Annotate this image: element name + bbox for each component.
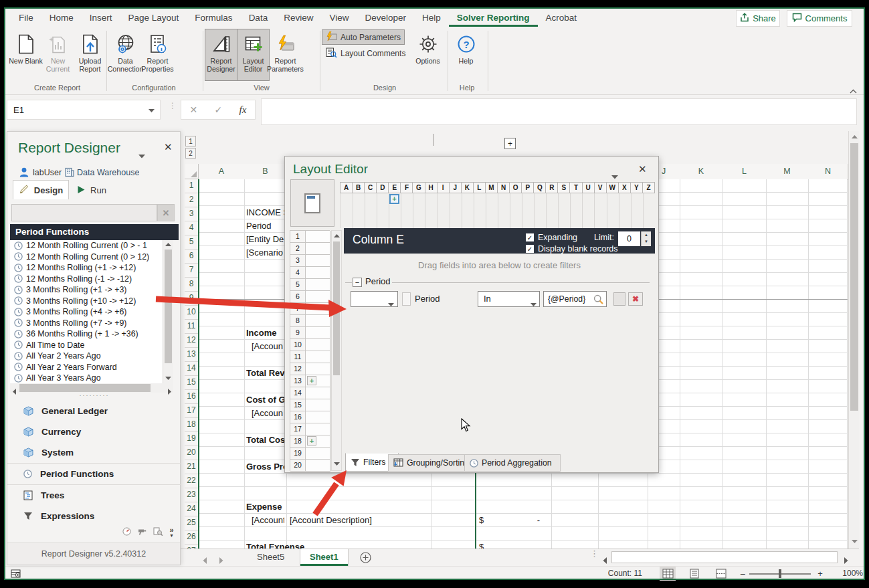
module-section-period-functions[interactable]: Period Functions: [7, 463, 181, 484]
zoom-slider-thumb[interactable]: [779, 569, 781, 578]
period-function-item[interactable]: 12 Months Rolling (+1 -> +12): [10, 262, 163, 274]
auto-parameters-button[interactable]: Auto Parameters: [322, 29, 405, 45]
layout-column-t[interactable]: T: [569, 182, 582, 193]
ribbon-tab-acrobat[interactable]: Acrobat: [538, 9, 585, 27]
row-cell[interactable]: +: [306, 375, 330, 387]
tab-bar-splitter[interactable]: ⋮: [590, 551, 599, 556]
row-header-12[interactable]: 12: [185, 334, 199, 348]
grid-pane-right[interactable]: [659, 179, 848, 549]
comments-button[interactable]: Comments: [787, 10, 852, 27]
selected-column-marker[interactable]: +: [389, 194, 399, 204]
period-function-item[interactable]: 12 Month Rolling Current (0 > - 1: [10, 240, 163, 252]
sheet-tab-sheet5[interactable]: Sheet5: [248, 549, 294, 566]
outline-level-1-button[interactable]: 1: [185, 136, 196, 146]
row-header-19[interactable]: 19: [185, 432, 199, 446]
expanding-checkbox[interactable]: ✓: [526, 233, 534, 241]
formula-bar-separator[interactable]: ⋮: [169, 104, 171, 116]
layout-row-9[interactable]: 9: [290, 327, 330, 339]
limit-stepper[interactable]: ▲▼: [641, 231, 651, 246]
row-header-20[interactable]: 20: [185, 446, 199, 460]
row-header-13[interactable]: 13: [185, 348, 199, 362]
filter-extra-button[interactable]: [613, 292, 625, 306]
scroll-thumb[interactable]: [19, 384, 151, 392]
row-header-15[interactable]: 15: [185, 376, 199, 390]
row-cell[interactable]: [306, 351, 330, 363]
confirm-entry-icon[interactable]: ✓: [215, 104, 223, 115]
column-header-k[interactable]: K: [680, 164, 723, 180]
layout-row-7[interactable]: 7: [290, 303, 330, 315]
zoom-in-button[interactable]: +: [815, 567, 826, 581]
scroll-thumb[interactable]: [165, 250, 172, 363]
sheet-tab-sheet1[interactable]: Sheet1: [300, 549, 349, 566]
row-cell[interactable]: [306, 255, 330, 267]
layout-row-17[interactable]: 17: [290, 423, 330, 435]
drill-to-icon[interactable]: [138, 526, 147, 538]
dialog-tab-period-aggregation[interactable]: Period Aggregation: [464, 454, 561, 472]
ribbon-tab-data[interactable]: Data: [241, 9, 276, 27]
pane-search-clear-button[interactable]: ✕: [157, 204, 175, 221]
grid-pane-left[interactable]: [199, 179, 284, 549]
sheet-template-box[interactable]: [290, 179, 334, 227]
period-function-item[interactable]: 3 Months Rolling (+1 -> +3): [10, 284, 163, 296]
period-function-item[interactable]: 3 Months Rolling (+4 -> +6): [10, 306, 163, 318]
filter-value-input[interactable]: {@Period}: [543, 291, 607, 307]
row-header-25[interactable]: 25: [185, 516, 199, 530]
limit-input[interactable]: 0: [618, 231, 640, 246]
page-break-view-button[interactable]: [713, 567, 729, 581]
row-header-6[interactable]: 6: [185, 250, 199, 264]
row-cell[interactable]: [306, 279, 330, 291]
layout-column-l[interactable]: L: [473, 182, 486, 193]
layout-column-p[interactable]: P: [521, 182, 534, 193]
module-section-system[interactable]: System: [7, 442, 181, 463]
filter-drag-handle[interactable]: [402, 292, 411, 306]
layout-row-13[interactable]: 13+: [290, 375, 330, 387]
layout-editor-button[interactable]: Layout Editor: [237, 29, 270, 81]
layout-column-z[interactable]: Z: [642, 182, 655, 193]
period-function-item[interactable]: 12 Months Rolling (-1 -> -12): [10, 274, 163, 285]
row-header-9[interactable]: 9: [185, 292, 199, 306]
row-cell[interactable]: [306, 460, 330, 472]
ribbon-tab-view[interactable]: View: [321, 9, 357, 27]
layout-row-5[interactable]: 5: [290, 279, 330, 291]
insert-function-icon[interactable]: fx: [239, 104, 247, 116]
column-header-b[interactable]: B: [244, 164, 287, 180]
pane-search-input[interactable]: [11, 204, 157, 221]
help-button[interactable]: ?Help: [450, 29, 482, 81]
sheet-nav-right-icon[interactable]: [219, 555, 224, 567]
scroll-thumb[interactable]: [333, 241, 340, 375]
scroll-up-icon[interactable]: [850, 132, 858, 140]
period-function-item[interactable]: 36 Months Rolling (+ 1 -> +36): [10, 328, 163, 340]
row-header-10[interactable]: 10: [185, 306, 199, 320]
layout-comments-button[interactable]: Layout Comments: [322, 45, 409, 61]
period-function-item[interactable]: 3 Months Rolling (+10 -> +12): [10, 296, 163, 307]
layout-column-f[interactable]: F: [400, 182, 413, 193]
row-header-22[interactable]: 22: [185, 474, 199, 488]
layout-row-4[interactable]: 4: [290, 267, 330, 279]
layout-row-10[interactable]: 10: [290, 339, 330, 351]
ribbon-tab-home[interactable]: Home: [41, 9, 82, 27]
hscroll-left-icon[interactable]: [602, 555, 607, 567]
row-cell[interactable]: [306, 399, 330, 411]
row-cell[interactable]: [306, 363, 330, 375]
period-function-item[interactable]: 12 Month Rolling Current (0 > 12): [10, 252, 163, 263]
zoom-level-label[interactable]: 100%: [832, 567, 863, 581]
row-cell[interactable]: [306, 327, 330, 339]
layout-row-20[interactable]: 20: [290, 460, 330, 472]
layout-column-d[interactable]: D: [376, 182, 389, 193]
layout-column-m[interactable]: M: [485, 182, 498, 193]
lookup-search-icon[interactable]: [593, 294, 603, 307]
row-cell[interactable]: [306, 411, 330, 423]
report-parameters-button[interactable]: Report Parameters: [269, 29, 302, 81]
row-cell[interactable]: [306, 339, 330, 351]
row-header-17[interactable]: 17: [185, 404, 199, 418]
row-header-8[interactable]: 8: [185, 278, 199, 292]
layout-row-14[interactable]: 14: [290, 387, 330, 399]
ribbon-tab-insert[interactable]: Insert: [82, 9, 120, 27]
row-cell[interactable]: [306, 303, 330, 315]
row-field-marker[interactable]: +: [307, 376, 316, 385]
scroll-down-icon[interactable]: [850, 538, 858, 546]
cell-mode-icon[interactable]: [11, 569, 21, 581]
layout-column-o[interactable]: O: [509, 182, 522, 193]
row-header-27[interactable]: 27: [185, 545, 199, 549]
hscroll-thumb[interactable]: [611, 551, 838, 563]
